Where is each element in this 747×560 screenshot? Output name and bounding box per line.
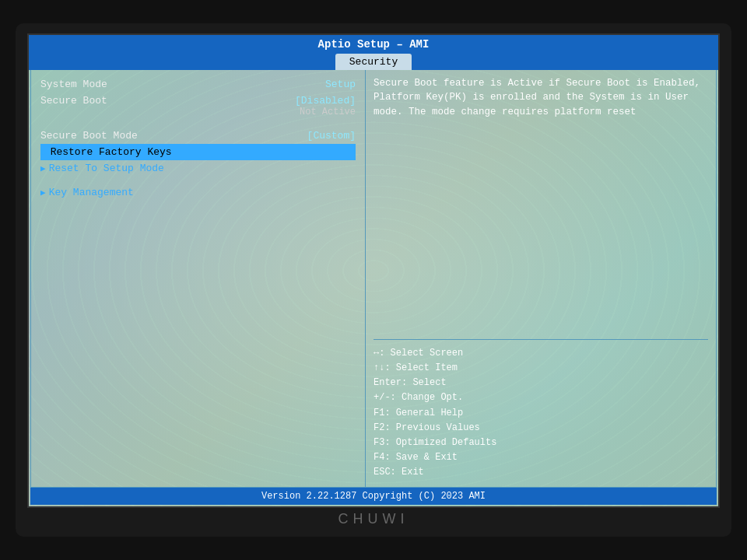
hotkey-f1: F1: General Help (374, 406, 708, 421)
secure-boot-mode-value: [Custom] (307, 130, 356, 142)
system-mode-label: System Mode (40, 79, 107, 90)
hotkey-change-opt: +/-: Change Opt. (374, 390, 708, 405)
hotkey-f3: F3: Optimized Defaults (374, 436, 708, 450)
bios-title: Aptio Setup – AMI (318, 38, 430, 51)
right-panel: Secure Boot feature is Active if Secure … (366, 70, 716, 487)
secure-boot-subvalue: Not Active (295, 107, 356, 117)
version-text: Version 2.22.1287 Copyright (C) 2023 AMI (261, 491, 486, 502)
secure-boot-row: Secure Boot [Disabled] Not Active (40, 93, 356, 120)
tab-bar: Security (29, 54, 718, 70)
left-panel: System Mode Setup Secure Boot [Disabled]… (31, 70, 366, 487)
screen: Aptio Setup – AMI Security System Mode S… (27, 33, 720, 508)
hotkey-select-screen: ↔: Select Screen (374, 346, 708, 361)
reset-to-setup-mode-arrow: ▶ (40, 163, 46, 173)
restore-factory-keys-arrow: ▶ (42, 147, 47, 157)
reset-to-setup-mode-item[interactable]: ▶ Reset To Setup Mode (40, 160, 356, 177)
hotkey-f2: F2: Previous Values (374, 421, 708, 436)
secure-boot-mode-label: Secure Boot Mode (40, 130, 138, 142)
restore-factory-keys-label: Restore Factory Keys (51, 146, 172, 158)
hotkey-select-item: ↑↓: Select Item (374, 361, 708, 376)
bottom-bar: Version 2.22.1287 Copyright (C) 2023 AMI (30, 488, 717, 505)
hotkeys-section: ↔: Select Screen ↑↓: Select Item Enter: … (374, 340, 708, 481)
secure-boot-value: [Disabled] (295, 95, 356, 107)
description-text: Secure Boot feature is Active if Secure … (374, 78, 700, 118)
secure-boot-mode-row: Secure Boot Mode [Custom] (40, 128, 356, 144)
hotkey-f4: F4: Save & Exit (374, 450, 708, 465)
system-mode-row: System Mode Setup (40, 76, 356, 93)
secure-boot-label: Secure Boot (40, 95, 107, 117)
key-management-arrow: ▶ (40, 187, 46, 198)
tab-security[interactable]: Security (335, 54, 412, 70)
restore-factory-keys-item[interactable]: ▶ Restore Factory Keys (40, 144, 356, 160)
laptop-frame: Aptio Setup – AMI Security System Mode S… (16, 23, 731, 537)
key-management-item[interactable]: ▶ Key Management (40, 184, 356, 201)
key-management-label: Key Management (49, 187, 134, 198)
system-mode-value: Setup (325, 79, 356, 90)
main-content: System Mode Setup Secure Boot [Disabled]… (30, 70, 717, 488)
reset-to-setup-mode-label: Reset To Setup Mode (49, 163, 164, 174)
hotkey-esc: ESC: Exit (374, 465, 708, 480)
right-description: Secure Boot feature is Active if Secure … (374, 76, 708, 340)
bios-container: Aptio Setup – AMI Security System Mode S… (29, 35, 718, 506)
brand-label: CHUWI (338, 508, 409, 527)
hotkey-enter: Enter: Select (374, 376, 708, 390)
secure-boot-values: [Disabled] Not Active (295, 95, 356, 117)
top-bar: Aptio Setup – AMI (29, 35, 718, 54)
